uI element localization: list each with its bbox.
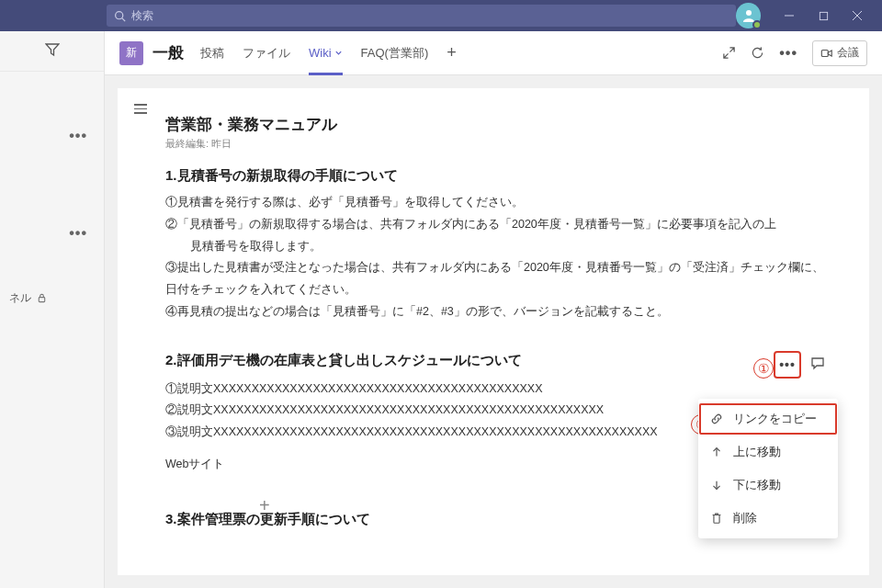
callout-1: ① <box>753 358 774 379</box>
page-title[interactable]: 営業部・業務マニュアル <box>165 114 825 135</box>
team-badge[interactable]: 新 <box>119 41 143 65</box>
page-meta: 最終編集: 昨日 <box>165 137 825 151</box>
section-1-title[interactable]: 1.見積番号の新規取得の手順について <box>165 167 825 185</box>
search-icon <box>114 10 126 22</box>
maximize-button[interactable] <box>807 0 841 31</box>
body-text[interactable]: ②「見積番号」の新規取得する場合は、共有フォルダ内にある「2020年度・見積番号… <box>165 214 825 236</box>
camera-icon <box>820 47 833 60</box>
menu-delete[interactable]: 削除 <box>698 502 838 535</box>
minimize-button[interactable] <box>772 0 806 31</box>
section-context-menu: リンクをコピー 上に移動 下に移動 削除 <box>698 399 838 538</box>
avatar[interactable] <box>736 3 761 28</box>
hamburger-icon[interactable] <box>134 101 147 117</box>
chevron-down-icon <box>334 49 343 57</box>
section-2-title[interactable]: 2.評価用デモ機の在庫表と貸し出しスケジュールについて <box>165 352 774 369</box>
comment-icon[interactable] <box>810 356 825 374</box>
body-text[interactable]: ①見積書を発行する際は、必ず「見積番号」を取得してください。 <box>165 192 825 214</box>
expand-icon[interactable] <box>722 46 736 60</box>
trash-icon <box>709 512 724 525</box>
add-tab-button[interactable]: + <box>447 43 457 62</box>
tab-faq[interactable]: FAQ(営業部) <box>361 31 429 75</box>
channel-name: 一般 <box>153 42 184 63</box>
filter-icon[interactable] <box>45 42 60 61</box>
body-text[interactable]: ③提出した見積書が受注となった場合は、共有フォルダ内にある「2020年度・見積番… <box>165 257 825 301</box>
tab-files[interactable]: ファイル <box>243 31 290 75</box>
svg-rect-7 <box>39 297 44 301</box>
search-placeholder: 検索 <box>131 8 153 24</box>
svg-point-0 <box>116 11 123 18</box>
more-icon[interactable]: ••• <box>779 45 797 62</box>
body-text[interactable]: ④再見積の提出などの場合は「見積番号」に「#2、#3」の形で、バージョンを記載す… <box>165 301 825 323</box>
svg-rect-4 <box>820 12 827 19</box>
add-section-button[interactable]: + <box>259 495 270 516</box>
search-input[interactable]: 検索 <box>107 5 736 27</box>
channel-header: 新 一般 投稿 ファイル Wiki FAQ(営業部) + ••• 会議 <box>105 31 882 75</box>
close-button[interactable] <box>841 0 875 31</box>
svg-point-2 <box>746 10 752 16</box>
body-text[interactable]: 見積番号を取得します。 <box>165 236 825 258</box>
section-more-button[interactable]: ••• <box>774 351 801 379</box>
tab-posts[interactable]: 投稿 <box>200 31 224 75</box>
channel-sidebar: ••• ••• ネル <box>0 31 105 588</box>
refresh-icon[interactable] <box>751 46 764 60</box>
link-icon <box>709 413 724 425</box>
menu-copy-link[interactable]: リンクをコピー <box>698 402 838 435</box>
tab-wiki[interactable]: Wiki <box>309 31 343 75</box>
sidebar-more-1[interactable]: ••• <box>0 119 104 153</box>
menu-move-down[interactable]: 下に移動 <box>698 469 838 502</box>
arrow-up-icon <box>709 446 724 458</box>
sidebar-more-2[interactable]: ••• <box>0 217 104 250</box>
arrow-down-icon <box>709 479 724 492</box>
presence-indicator <box>752 20 762 29</box>
wiki-page: 営業部・業務マニュアル 最終編集: 昨日 1.見積番号の新規取得の手順について … <box>118 88 869 575</box>
menu-move-up[interactable]: 上に移動 <box>698 435 838 469</box>
body-text[interactable]: ①説明文XXXXXXXXXXXXXXXXXXXXXXXXXXXXXXXXXXXX… <box>165 379 825 401</box>
title-bar: 検索 <box>0 0 882 31</box>
meet-button[interactable]: 会議 <box>812 40 867 66</box>
lock-icon <box>37 293 47 303</box>
sidebar-top <box>0 31 104 72</box>
svg-line-1 <box>122 17 125 20</box>
svg-rect-8 <box>821 50 828 56</box>
sidebar-channel-item[interactable]: ネル <box>0 281 104 314</box>
